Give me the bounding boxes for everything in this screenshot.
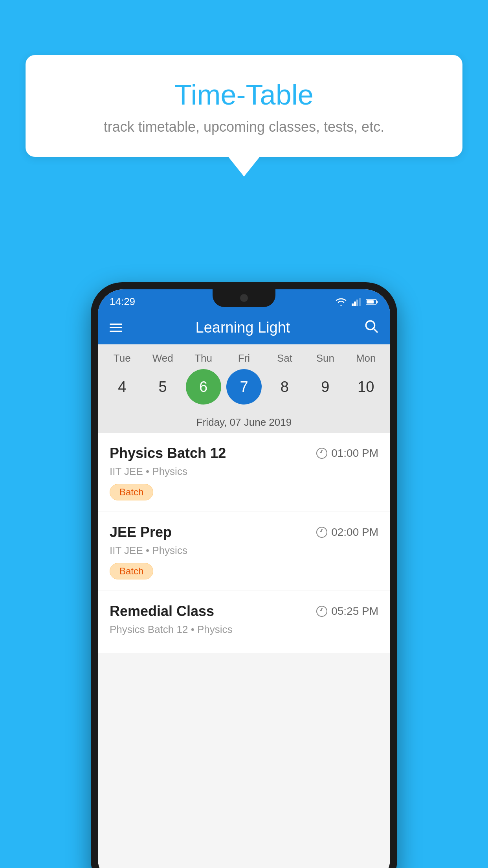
svg-rect-6 (367, 300, 374, 303)
battery-icon (366, 299, 378, 305)
calendar-day-5[interactable]: 5 (145, 369, 180, 405)
svg-line-8 (374, 329, 377, 332)
calendar-day-9[interactable]: 9 (308, 369, 343, 405)
day-label-wed: Wed (145, 352, 180, 364)
calendar-day-7[interactable]: 7 (226, 369, 262, 405)
schedule-item-3-time-text: 05:25 PM (331, 605, 378, 618)
schedule-item-1-time: 01:00 PM (316, 447, 378, 460)
day-labels-row: Tue Wed Thu Fri Sat Sun Mon (102, 352, 386, 364)
day-numbers-row: 4 5 6 7 8 9 10 (102, 369, 386, 405)
schedule-item-2-badge: Batch (110, 563, 153, 579)
schedule-item-1-time-text: 01:00 PM (331, 447, 378, 460)
schedule-list: Physics Batch 12 01:00 PM IIT JEE • Phys… (98, 433, 390, 654)
speech-bubble: Time-Table track timetable, upcoming cla… (26, 55, 462, 157)
status-time: 14:29 (110, 296, 135, 308)
speech-bubble-arrow (228, 157, 260, 177)
phone-screen: 14:29 (98, 289, 390, 868)
svg-rect-3 (359, 298, 361, 306)
phone-frame: 14:29 (91, 282, 397, 868)
speech-bubble-container: Time-Table track timetable, upcoming cla… (26, 55, 462, 177)
wifi-icon (335, 298, 347, 306)
schedule-item-2-header: JEE Prep 02:00 PM (110, 524, 378, 541)
schedule-item-3-title: Remedial Class (110, 603, 214, 620)
schedule-item-2[interactable]: JEE Prep 02:00 PM IIT JEE • Physics Batc… (98, 512, 390, 590)
day-label-thu: Thu (186, 352, 221, 364)
day-label-sat: Sat (267, 352, 302, 364)
schedule-item-3-time: 05:25 PM (316, 605, 378, 618)
calendar-date-label: Friday, 07 June 2019 (98, 412, 390, 433)
menu-icon-line2 (110, 327, 122, 328)
calendar-day-10[interactable]: 10 (348, 369, 383, 405)
menu-icon-line3 (110, 331, 122, 332)
schedule-item-1[interactable]: Physics Batch 12 01:00 PM IIT JEE • Phys… (98, 433, 390, 511)
day-label-tue: Tue (105, 352, 140, 364)
speech-bubble-title: Time-Table (41, 79, 447, 111)
app-bar-title: Learning Light (122, 319, 363, 336)
schedule-item-3-subtitle: Physics Batch 12 • Physics (110, 623, 378, 636)
clock-icon-1 (316, 448, 327, 459)
svg-rect-5 (376, 301, 378, 303)
front-camera (240, 294, 248, 302)
calendar-day-4[interactable]: 4 (105, 369, 140, 405)
schedule-item-2-time-text: 02:00 PM (331, 526, 378, 539)
schedule-item-2-subtitle: IIT JEE • Physics (110, 544, 378, 557)
calendar-day-8[interactable]: 8 (267, 369, 302, 405)
schedule-item-1-badge: Batch (110, 484, 153, 500)
phone-notch (213, 289, 275, 307)
schedule-item-3[interactable]: Remedial Class 05:25 PM Physics Batch 12… (98, 591, 390, 653)
schedule-item-3-header: Remedial Class 05:25 PM (110, 603, 378, 620)
calendar-day-6[interactable]: 6 (186, 369, 221, 405)
schedule-item-2-title: JEE Prep (110, 524, 172, 541)
menu-button[interactable] (110, 324, 122, 332)
signal-icon (352, 298, 361, 306)
svg-rect-0 (352, 303, 354, 306)
schedule-item-1-subtitle: IIT JEE • Physics (110, 465, 378, 478)
schedule-item-2-time: 02:00 PM (316, 526, 378, 539)
status-icons (335, 298, 378, 306)
speech-bubble-subtitle: track timetable, upcoming classes, tests… (41, 119, 447, 135)
app-bar: Learning Light (98, 311, 390, 344)
schedule-item-1-title: Physics Batch 12 (110, 445, 226, 462)
search-icon (363, 318, 378, 333)
clock-icon-2 (316, 527, 327, 538)
day-label-fri: Fri (226, 352, 262, 364)
svg-rect-1 (354, 302, 356, 306)
menu-icon-line1 (110, 324, 122, 325)
clock-icon-3 (316, 606, 327, 617)
day-label-sun: Sun (308, 352, 343, 364)
svg-rect-2 (356, 300, 358, 306)
search-button[interactable] (363, 318, 378, 337)
day-label-mon: Mon (348, 352, 383, 364)
schedule-item-1-header: Physics Batch 12 01:00 PM (110, 445, 378, 462)
calendar-week: Tue Wed Thu Fri Sat Sun Mon 4 5 6 7 8 9 … (98, 344, 390, 412)
